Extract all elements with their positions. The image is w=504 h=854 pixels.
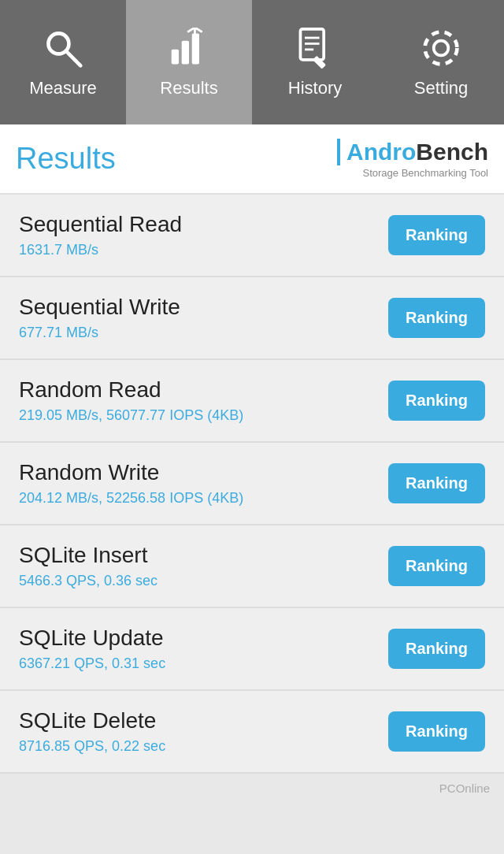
result-name: SQLite Insert: [19, 543, 158, 568]
svg-point-11: [434, 41, 449, 56]
result-info: SQLite Update6367.21 QPS, 0.31 sec: [19, 626, 165, 672]
result-name: SQLite Delete: [19, 708, 165, 733]
results-header: Results AndroBench Storage Benchmarking …: [0, 124, 504, 195]
brand-prefix: Andro: [346, 139, 416, 165]
ranking-button[interactable]: Ranking: [388, 463, 485, 503]
table-row: Random Write204.12 MB/s, 52256.58 IOPS (…: [0, 443, 504, 525]
result-value: 5466.3 QPS, 0.36 sec: [19, 573, 158, 589]
brand-subtitle: Storage Benchmarking Tool: [363, 167, 488, 179]
result-name: Sequential Read: [19, 212, 182, 237]
svg-rect-3: [182, 41, 189, 65]
results-icon: [167, 26, 211, 70]
table-row: SQLite Update6367.21 QPS, 0.31 secRankin…: [0, 608, 504, 691]
result-info: Random Read219.05 MB/s, 56077.77 IOPS (4…: [19, 377, 243, 424]
result-name: Random Read: [19, 377, 243, 403]
result-name: SQLite Update: [19, 626, 165, 651]
tab-results[interactable]: Results: [126, 0, 252, 124]
svg-line-1: [66, 51, 81, 66]
ranking-button[interactable]: Ranking: [388, 215, 485, 255]
ranking-button[interactable]: Ranking: [388, 381, 485, 421]
result-value: 8716.85 QPS, 0.22 sec: [19, 738, 165, 755]
table-row: SQLite Delete8716.85 QPS, 0.22 secRankin…: [0, 691, 504, 774]
tab-measure[interactable]: Measure: [0, 0, 126, 124]
brand-block: AndroBench Storage Benchmarking Tool: [337, 139, 488, 179]
svg-rect-4: [192, 33, 199, 64]
history-icon: [293, 26, 337, 70]
ranking-button[interactable]: Ranking: [388, 298, 485, 338]
tab-setting[interactable]: Setting: [378, 0, 504, 124]
result-info: Sequential Read1631.7 MB/s: [19, 212, 182, 258]
tab-results-label: Results: [160, 78, 217, 98]
result-info: SQLite Delete8716.85 QPS, 0.22 sec: [19, 708, 165, 755]
brand-name: AndroBench: [337, 139, 488, 165]
measure-icon: [41, 26, 85, 70]
ranking-button[interactable]: Ranking: [388, 711, 485, 752]
tab-setting-label: Setting: [414, 78, 469, 98]
tab-history-label: History: [288, 78, 342, 98]
table-row: Sequential Write677.71 MB/sRanking: [0, 277, 504, 360]
ranking-button[interactable]: Ranking: [388, 546, 485, 586]
result-info: Sequential Write677.71 MB/s: [19, 295, 180, 341]
result-value: 204.12 MB/s, 52256.58 IOPS (4KB): [19, 490, 243, 507]
result-value: 677.71 MB/s: [19, 325, 180, 341]
result-value: 6367.21 QPS, 0.31 sec: [19, 655, 165, 672]
result-value: 1631.7 MB/s: [19, 242, 182, 258]
result-info: SQLite Insert5466.3 QPS, 0.36 sec: [19, 543, 158, 589]
result-name: Random Write: [19, 460, 243, 485]
result-list: Sequential Read1631.7 MB/sRankingSequent…: [0, 195, 504, 774]
svg-rect-2: [172, 50, 179, 65]
footer: PCOnline: [0, 774, 504, 803]
result-value: 219.05 MB/s, 56077.77 IOPS (4KB): [19, 407, 243, 424]
tab-history[interactable]: History: [252, 0, 378, 124]
result-name: Sequential Write: [19, 295, 180, 320]
svg-point-12: [425, 32, 458, 65]
table-row: Random Read219.05 MB/s, 56077.77 IOPS (4…: [0, 360, 504, 443]
table-row: SQLite Insert5466.3 QPS, 0.36 secRanking: [0, 525, 504, 608]
page-title: Results: [16, 142, 116, 176]
tab-measure-label: Measure: [29, 78, 97, 98]
setting-icon: [419, 26, 463, 70]
table-row: Sequential Read1631.7 MB/sRanking: [0, 195, 504, 277]
footer-text: PCOnline: [439, 782, 490, 795]
brand-suffix: Bench: [416, 139, 488, 165]
tab-bar: Measure Results: [0, 0, 504, 124]
result-info: Random Write204.12 MB/s, 52256.58 IOPS (…: [19, 460, 243, 507]
ranking-button[interactable]: Ranking: [388, 629, 485, 669]
